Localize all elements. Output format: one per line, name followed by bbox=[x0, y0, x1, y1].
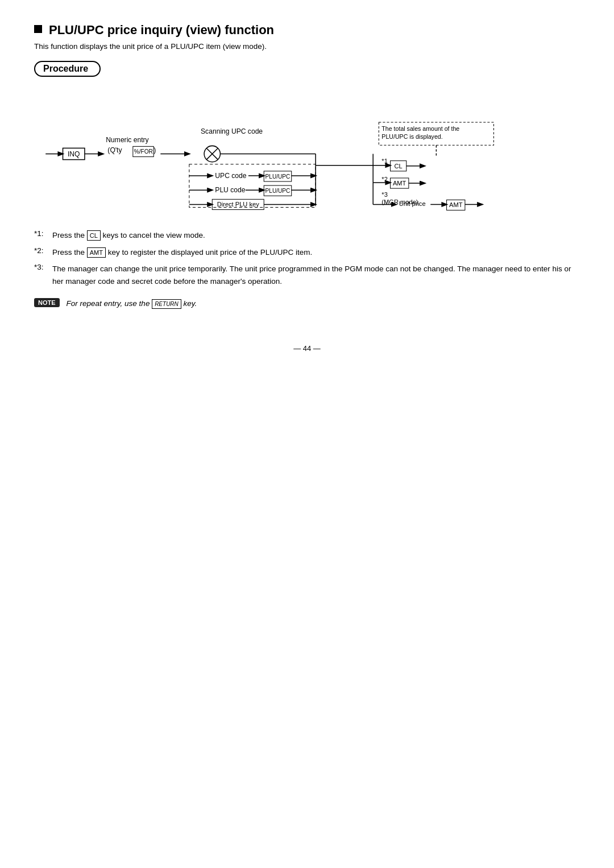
svg-text:PLU code: PLU code bbox=[215, 186, 245, 194]
svg-text:Numeric entry: Numeric entry bbox=[106, 136, 149, 144]
svg-text:The total sales amount of the: The total sales amount of the bbox=[381, 125, 459, 132]
notes-section: *1: Press the CL keys to cancel the view… bbox=[34, 229, 580, 287]
svg-text:*2: *2 bbox=[381, 176, 388, 183]
svg-text:INQ: INQ bbox=[68, 150, 80, 158]
svg-text:(Q'ty: (Q'ty bbox=[107, 147, 122, 155]
svg-text:*3: *3 bbox=[381, 191, 388, 198]
svg-text:AMT: AMT bbox=[449, 202, 463, 209]
svg-text:CL: CL bbox=[395, 163, 403, 170]
procedure-label: Procedure bbox=[34, 61, 101, 77]
svg-text:PLU/UPC: PLU/UPC bbox=[265, 188, 291, 194]
svg-text:Scanning UPC code: Scanning UPC code bbox=[201, 127, 263, 135]
note-text-1: Press the CL keys to cancel the view mod… bbox=[52, 229, 580, 242]
note-text-2: Press the AMT key to register the displa… bbox=[52, 246, 580, 259]
subtitle: This function displays the unit price of… bbox=[34, 42, 580, 51]
svg-text:*1: *1 bbox=[381, 158, 388, 164]
svg-text:PLU/UPC is displayed.: PLU/UPC is displayed. bbox=[381, 133, 442, 140]
note-item-1: *1: Press the CL keys to cancel the view… bbox=[34, 229, 580, 242]
svg-text:AMT: AMT bbox=[393, 180, 406, 187]
page-number: — 44 — bbox=[34, 344, 580, 353]
note-box: NOTE For repeat entry, use the RETURN ke… bbox=[34, 297, 580, 310]
note-content: For repeat entry, use the RETURN key. bbox=[67, 297, 197, 310]
note-marker-3: *3: bbox=[34, 263, 47, 271]
svg-text:Unit price: Unit price bbox=[399, 200, 426, 207]
svg-text:PLU/UPC: PLU/UPC bbox=[265, 173, 291, 180]
note-text-3: The manager can change the unit price te… bbox=[52, 263, 580, 287]
svg-text:): ) bbox=[154, 147, 156, 155]
diagram-area: INQ Numeric entry (Q'ty %/FOR ) Scanning… bbox=[34, 87, 580, 218]
note-badge: NOTE bbox=[34, 298, 60, 307]
svg-text:UPC code: UPC code bbox=[215, 172, 246, 180]
note-marker-1: *1: bbox=[34, 229, 47, 238]
note-item-3: *3: The manager can change the unit pric… bbox=[34, 263, 580, 287]
svg-text:Direct PLU key: Direct PLU key bbox=[217, 201, 260, 208]
svg-text:%/FOR: %/FOR bbox=[134, 148, 153, 155]
page-title: PLU/UPC price inquiry (view) function bbox=[34, 23, 580, 38]
note-marker-2: *2: bbox=[34, 246, 47, 255]
note-item-2: *2: Press the AMT key to register the di… bbox=[34, 246, 580, 259]
